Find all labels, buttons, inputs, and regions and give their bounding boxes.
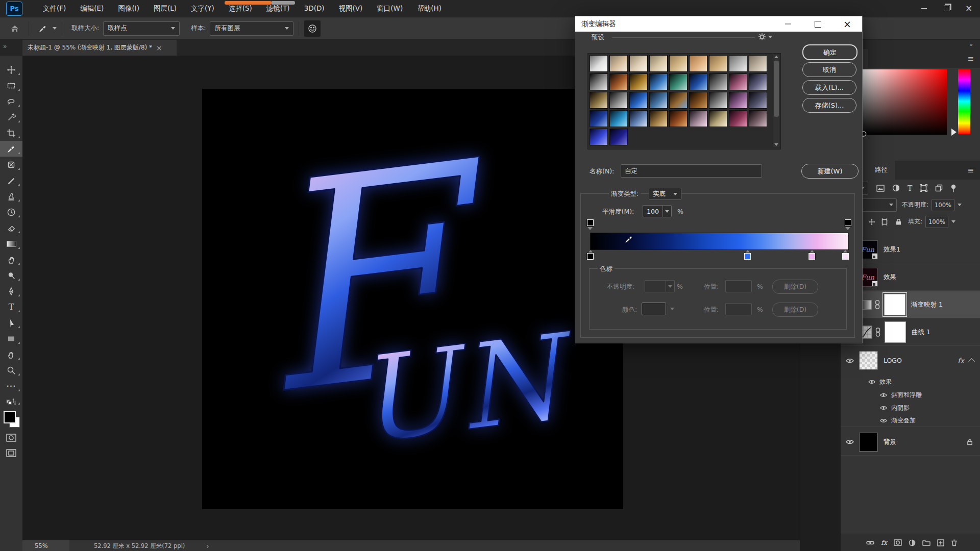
- foreground-color-swatch[interactable]: [4, 411, 16, 423]
- opacity-value[interactable]: 100%: [932, 199, 954, 211]
- filter-adjustment-layers-icon[interactable]: [892, 184, 900, 192]
- filter-type-layers-icon[interactable]: T: [908, 184, 912, 192]
- window-restore-button[interactable]: [935, 0, 958, 17]
- tool-zoom[interactable]: [0, 362, 22, 378]
- gradient-preset-21[interactable]: [649, 92, 668, 109]
- menu-item-7[interactable]: 3D(D): [297, 1, 332, 17]
- filter-smart-objects-icon[interactable]: [935, 184, 943, 192]
- gradient-preset-30[interactable]: [649, 110, 668, 127]
- tool-type[interactable]: T: [0, 299, 22, 315]
- window-minimize-button[interactable]: [913, 0, 935, 17]
- gradient-preset-37[interactable]: [609, 129, 628, 145]
- stop-opacity-combo[interactable]: [645, 280, 675, 292]
- gradient-preset-28[interactable]: [609, 110, 628, 127]
- toolbar-flyout-icon[interactable]: »: [3, 43, 6, 50]
- tool-dodge-burn[interactable]: [0, 267, 22, 283]
- gradient-preset-17[interactable]: [749, 73, 767, 90]
- gradient-preset-29[interactable]: [629, 110, 648, 127]
- tool-history-brush[interactable]: [0, 204, 22, 220]
- color-stop-1[interactable]: [744, 250, 751, 260]
- add-layer-style-button[interactable]: fx: [881, 539, 887, 546]
- smoothness-combo[interactable]: 100: [643, 205, 672, 217]
- delete-layer-button[interactable]: [951, 539, 958, 546]
- presets-scrollbar[interactable]: [773, 55, 779, 147]
- opacity-stop-right[interactable]: [845, 219, 851, 226]
- smoothness-value[interactable]: 100: [643, 205, 663, 217]
- gradient-preset-0[interactable]: [590, 55, 608, 72]
- name-input[interactable]: 自定: [621, 164, 762, 178]
- dialog-title-bar[interactable]: 渐变编辑器 ×: [575, 16, 862, 32]
- tool-healing-brush[interactable]: [0, 157, 22, 172]
- tool-eraser[interactable]: [0, 220, 22, 236]
- smoothness-caret[interactable]: [663, 205, 672, 217]
- menu-item-3[interactable]: 图层(L): [146, 1, 184, 17]
- tool-move[interactable]: [0, 62, 22, 78]
- gradient-preset-6[interactable]: [709, 55, 727, 72]
- effects-group-row[interactable]: 效果: [841, 375, 980, 388]
- cancel-button[interactable]: 取消: [802, 62, 856, 77]
- layer-mask-thumbnail[interactable]: [885, 321, 906, 343]
- scroll-up-arrow[interactable]: [774, 56, 778, 58]
- lock-all-icon[interactable]: [895, 218, 902, 226]
- gradient-preset-14[interactable]: [689, 73, 707, 90]
- gradient-preset-34[interactable]: [729, 110, 747, 127]
- hue-slider[interactable]: [958, 69, 970, 134]
- filter-toggle-icon[interactable]: [950, 184, 957, 192]
- lock-position-icon[interactable]: [868, 218, 875, 226]
- tool-preset-caret[interactable]: [53, 27, 57, 30]
- gradient-preset-23[interactable]: [689, 92, 707, 109]
- visibility-toggle[interactable]: [841, 439, 859, 444]
- save-button[interactable]: 存储(S)...: [802, 98, 856, 113]
- color-stop-2[interactable]: [808, 250, 815, 260]
- add-layer-button[interactable]: [937, 539, 944, 546]
- panel-menu-icon[interactable]: ≡: [967, 166, 974, 175]
- gradient-preset-12[interactable]: [649, 73, 668, 90]
- lock-artboard-icon[interactable]: [881, 218, 888, 226]
- menu-item-8[interactable]: 视图(V): [332, 1, 370, 17]
- gradient-preset-27[interactable]: [590, 110, 608, 127]
- opacity-stop-left[interactable]: [587, 219, 594, 226]
- gradient-preset-15[interactable]: [709, 73, 727, 90]
- gradient-preset-2[interactable]: [629, 55, 648, 72]
- collapse-effects-chevron[interactable]: [968, 358, 975, 365]
- tool-edit-toolbar[interactable]: •••: [0, 378, 22, 394]
- show-sampling-ring-button[interactable]: [304, 20, 321, 37]
- gradient-preset-5[interactable]: [689, 55, 707, 72]
- menu-item-1[interactable]: 编辑(E): [73, 1, 111, 17]
- scrollbar-thumb[interactable]: [774, 61, 779, 117]
- gradient-preset-24[interactable]: [709, 92, 727, 109]
- add-layer-mask-button[interactable]: [894, 539, 902, 546]
- home-button[interactable]: [6, 20, 23, 37]
- menu-item-10[interactable]: 帮助(H): [410, 1, 449, 17]
- new-button[interactable]: 新建(W): [801, 164, 859, 179]
- screen-mode-button[interactable]: [4, 447, 18, 459]
- zoom-level-field[interactable]: 55%: [22, 540, 69, 551]
- filter-shape-layers-icon[interactable]: [920, 184, 927, 192]
- add-adjustment-layer-button[interactable]: [909, 539, 916, 546]
- gradient-preset-19[interactable]: [609, 92, 628, 109]
- gradient-preset-35[interactable]: [749, 110, 767, 127]
- menu-item-9[interactable]: 窗口(W): [370, 1, 410, 17]
- window-close-button[interactable]: ×: [958, 0, 980, 17]
- gradient-type-select[interactable]: 实底: [649, 188, 681, 200]
- fill-value[interactable]: 100%: [925, 216, 948, 228]
- document-tab-close[interactable]: ×: [156, 44, 162, 52]
- color-field[interactable]: [863, 69, 947, 135]
- color-stop-0[interactable]: [587, 250, 594, 260]
- dialog-maximize-button[interactable]: [803, 16, 832, 32]
- filter-pixel-layers-icon[interactable]: [876, 185, 885, 192]
- dialog-minimize-button[interactable]: [773, 16, 803, 32]
- tab-paths[interactable]: 路径: [868, 161, 895, 180]
- sample-select[interactable]: 所有图层: [210, 21, 293, 36]
- layer-mask-thumbnail[interactable]: [884, 294, 905, 315]
- visibility-toggle[interactable]: [841, 358, 859, 363]
- tool-lasso[interactable]: [0, 93, 22, 109]
- tool-pen[interactable]: [0, 283, 22, 299]
- eye-icon[interactable]: [880, 418, 887, 423]
- layer-row-logo[interactable]: LOGO fx: [841, 347, 980, 374]
- mask-link-icon[interactable]: [875, 300, 880, 309]
- menu-item-4[interactable]: 文字(Y): [184, 1, 222, 17]
- add-group-button[interactable]: [922, 539, 930, 546]
- tool-crop[interactable]: [0, 125, 22, 141]
- layer-row-background[interactable]: 背景: [841, 429, 980, 456]
